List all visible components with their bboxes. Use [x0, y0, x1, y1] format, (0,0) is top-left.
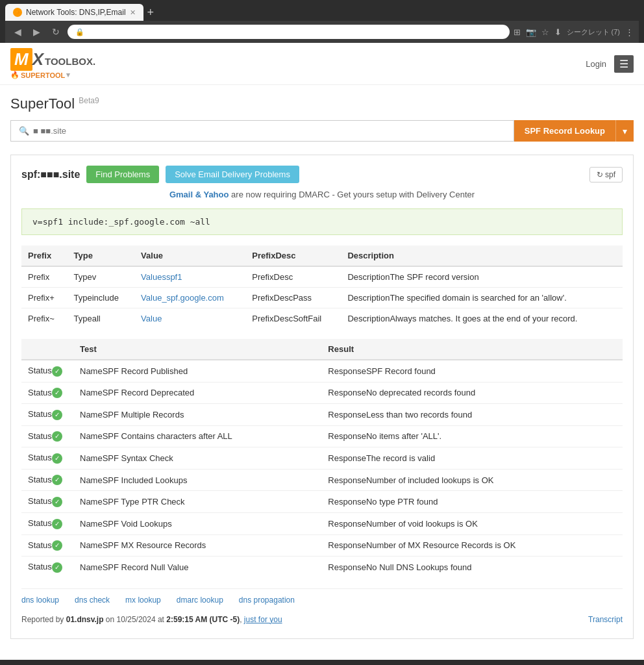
table-row: Status✓ NameSPF Void Lookups ResponseNum… — [21, 512, 623, 534]
table-row: Status✓ NameSPF Included Lookups Respons… — [21, 469, 623, 491]
mx-lookup-link[interactable]: mx lookup — [125, 596, 161, 605]
logo-toolbox: TOOLBOX. — [45, 56, 95, 67]
search-icon: 🔍 — [19, 126, 29, 136]
hamburger-button[interactable]: ☰ — [614, 55, 634, 73]
col-result: Result — [321, 339, 623, 360]
refresh-spf-button[interactable]: ↻ spf — [589, 167, 623, 182]
cell-result: ResponseNumber of MX Resource Records is… — [321, 534, 623, 557]
dns-check-link[interactable]: dns check — [75, 596, 110, 605]
bookmark-icon[interactable]: ☆ — [541, 27, 549, 37]
supertool-text: SUPERTOOL — [21, 71, 65, 79]
cell-description: DescriptionThe specified domain is searc… — [341, 288, 623, 308]
cell-test: NameSPF Type PTR Check — [73, 491, 321, 513]
incognito-label[interactable]: シークレット (7) — [567, 27, 621, 37]
cell-type: Typeinclude — [68, 288, 135, 308]
camera-icon[interactable]: 📷 — [526, 27, 536, 37]
active-tab[interactable]: 🔸 Network Tools: DNS,IP,Email ✕ — [5, 4, 143, 21]
site-header: M X TOOLBOX. 🔥 SUPERTOOL ▾ Login ☰ — [0, 43, 644, 85]
cell-status: Status✓ — [21, 382, 73, 404]
status-icon: ✓ — [52, 366, 62, 377]
forward-button[interactable]: ▶ — [29, 25, 44, 38]
status-icon: ✓ — [52, 431, 62, 442]
search-input-wrapper[interactable]: 🔍 — [10, 120, 514, 142]
test-results-table: Test Result Status✓ NameSPF Record Publi… — [21, 339, 623, 578]
nav-icons: ⊞ 📷 ☆ ⬇ シークレット (7) ⋮ — [514, 27, 634, 37]
cell-result: ResponseNo deprecated records found — [321, 382, 623, 404]
cell-value: Value — [134, 308, 245, 329]
cell-test: NameSPF Record Published — [73, 360, 321, 382]
search-bar: 🔍 SPF Record Lookup ▾ — [10, 120, 634, 142]
cell-test: NameSPF Record Null Value — [73, 557, 321, 578]
new-tab-button[interactable]: + — [143, 6, 158, 19]
cell-prefix: Prefix — [21, 266, 68, 288]
cell-result: ResponseNumber of included lookups is OK — [321, 469, 623, 491]
cell-prefixdesc: PrefixDescPass — [245, 288, 341, 308]
url-input[interactable]: https://mxtoolbox.com/SuperTool.aspx# — [88, 27, 502, 36]
status-icon: ✓ — [52, 475, 62, 485]
table-row: Prefix~ Typeall Value PrefixDescSoftFail… — [21, 308, 623, 329]
address-bar[interactable]: 🔒 https://mxtoolbox.com/SuperTool.aspx# — [68, 25, 510, 39]
tab-favicon: 🔸 — [13, 8, 22, 17]
cell-value: Value_spf.google.com — [134, 288, 245, 308]
report-date: 10/25/2024 — [117, 615, 156, 624]
dns-lookup-link[interactable]: dns lookup — [21, 596, 59, 605]
cell-result: ResponseNo Null DNS Lookups found — [321, 557, 623, 578]
lookup-button[interactable]: SPF Record Lookup — [514, 120, 615, 142]
status-icon: ✓ — [52, 410, 62, 420]
menu-button[interactable]: ⋮ — [625, 27, 634, 37]
col-status — [21, 339, 73, 360]
col-test: Test — [73, 339, 321, 360]
transcript-link[interactable]: Transcript — [588, 615, 623, 624]
cell-test: NameSPF Void Lookups — [73, 512, 321, 534]
status-icon: ✓ — [52, 519, 62, 529]
find-problems-button[interactable]: Find Problems — [86, 166, 159, 183]
dmarc-lookup-link[interactable]: dmarc lookup — [177, 596, 223, 605]
table-row: Status✓ NameSPF Syntax Check ResponseThe… — [21, 447, 623, 470]
cell-test: NameSPF MX Resource Records — [73, 534, 321, 557]
table-row: Prefix+ Typeinclude Value_spf.google.com… — [21, 288, 623, 308]
login-link[interactable]: Login — [586, 59, 606, 69]
logo-wrap: M X TOOLBOX. 🔥 SUPERTOOL ▾ — [10, 48, 95, 79]
reporter: 01.dnsv.jp — [66, 615, 104, 624]
translate-icon[interactable]: ⊞ — [514, 27, 521, 37]
back-button[interactable]: ◀ — [10, 25, 25, 38]
supertool-dropdown[interactable]: ▾ — [66, 71, 70, 79]
cell-prefixdesc: PrefixDescSoftFail — [245, 308, 341, 329]
cell-result: ResponseThe record is valid — [321, 447, 623, 470]
cell-test: NameSPF Included Lookups — [73, 469, 321, 491]
result-card: spf:■■■.site Find Problems Solve Email D… — [10, 155, 634, 639]
table-row: Status✓ NameSPF Multiple Records Respons… — [21, 404, 623, 426]
cell-result: ResponseNumber of void lookups is OK — [321, 512, 623, 534]
cell-test: NameSPF Record Deprecated — [73, 382, 321, 404]
col-type: Type — [68, 245, 135, 266]
browser-chrome: 🔸 Network Tools: DNS,IP,Email ✕ + ◀ ▶ ↻ … — [0, 0, 644, 43]
tab-close-btn[interactable]: ✕ — [130, 8, 136, 17]
cell-description: DescriptionAlways matches. It goes at th… — [341, 308, 623, 329]
logo-m: M — [10, 48, 32, 71]
cell-status: Status✓ — [21, 491, 73, 513]
header-right: Login ☰ — [586, 55, 634, 73]
search-input[interactable] — [33, 126, 506, 136]
footer-links: dns lookup dns check mx lookup dmarc loo… — [21, 588, 623, 611]
refresh-button[interactable]: ↻ — [48, 25, 64, 38]
solve-email-button[interactable]: Solve Email Delivery Problems — [166, 166, 299, 183]
table-row: Status✓ NameSPF Record Published Respons… — [21, 360, 623, 382]
status-icon: ✓ — [52, 562, 62, 573]
cell-description: DescriptionThe SPF record version — [341, 266, 623, 288]
cell-status: Status✓ — [21, 425, 73, 447]
just-for-you-link[interactable]: just for you — [244, 615, 282, 624]
cell-status: Status✓ — [21, 447, 73, 470]
dns-propagation-link[interactable]: dns propagation — [239, 596, 295, 605]
main-content: SuperTool Beta9 🔍 SPF Record Lookup ▾ sp… — [0, 85, 644, 660]
site-footer: Your IP is: ■■■■■■■■ | Contact Terms & C… — [0, 660, 644, 665]
supertool-icon: 🔥 — [10, 71, 19, 79]
table-row: Status✓ NameSPF Type PTR Check ResponseN… — [21, 491, 623, 513]
lookup-dropdown-button[interactable]: ▾ — [615, 120, 634, 142]
status-icon: ✓ — [52, 540, 62, 551]
spf-domain: spf:■■■.site — [21, 169, 80, 181]
cell-status: Status✓ — [21, 469, 73, 491]
download-icon[interactable]: ⬇ — [554, 27, 562, 37]
status-icon: ✓ — [52, 453, 62, 464]
report-line: Reported by 01.dnsv.jp on 10/25/2024 at … — [21, 611, 623, 628]
status-icon: ✓ — [52, 388, 62, 398]
